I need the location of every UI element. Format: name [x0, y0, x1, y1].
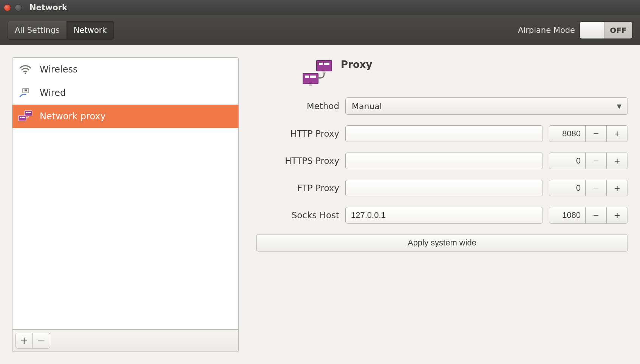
sidebar-item-label: Wired — [40, 88, 66, 98]
http-proxy-port-stepper: − + — [549, 125, 628, 142]
svg-point-0 — [25, 72, 26, 74]
sidebar-item-wired[interactable]: Wired — [12, 81, 238, 105]
wired-icon — [18, 87, 33, 99]
svg-rect-8 — [22, 117, 25, 118]
https-proxy-host-input[interactable] — [345, 153, 543, 169]
socks-host-label: Socks Host — [256, 210, 339, 220]
socks-port-stepper: − + — [549, 207, 628, 224]
panel-title: Proxy — [341, 59, 372, 70]
socks-host-row: Socks Host − + — [256, 207, 628, 224]
http-proxy-port-decrement[interactable]: − — [585, 126, 606, 142]
svg-rect-13 — [303, 73, 318, 84]
chevron-down-icon: ▼ — [617, 103, 621, 110]
sidebar-item-label: Network proxy — [40, 111, 106, 122]
http-proxy-port-input[interactable] — [549, 126, 585, 142]
socks-port-increment[interactable]: + — [606, 207, 628, 223]
airplane-mode-toggle[interactable]: OFF — [580, 22, 632, 39]
remove-connection-button[interactable]: − — [33, 333, 50, 349]
method-select[interactable]: Manual ▼ — [345, 97, 628, 115]
toggle-knob — [580, 22, 604, 39]
list-actions: +− — [12, 330, 239, 352]
breadcrumb-all-settings[interactable]: All Settings — [8, 21, 67, 39]
apply-system-wide-button[interactable]: Apply system wide — [256, 234, 628, 251]
https-proxy-port-decrement[interactable]: − — [585, 153, 606, 169]
ftp-proxy-label: FTP Proxy — [256, 183, 339, 193]
svg-rect-5 — [28, 112, 31, 113]
close-icon[interactable] — [4, 4, 11, 11]
svg-rect-16 — [309, 84, 312, 86]
airplane-mode-label: Airplane Mode — [518, 26, 575, 35]
svg-rect-4 — [26, 112, 28, 113]
ftp-proxy-port-stepper: − + — [549, 180, 628, 196]
svg-rect-15 — [310, 76, 316, 78]
ftp-proxy-port-input[interactable] — [549, 180, 585, 196]
socks-port-decrement[interactable]: − — [585, 207, 606, 223]
proxy-header-icon — [301, 59, 334, 88]
sidebar-item-network-proxy[interactable]: Network proxy — [12, 105, 238, 128]
https-proxy-port-input[interactable] — [549, 153, 585, 169]
add-connection-button[interactable]: + — [15, 333, 33, 349]
svg-rect-3 — [25, 111, 32, 116]
window-title: Network — [29, 3, 67, 12]
svg-rect-11 — [324, 63, 329, 65]
svg-rect-9 — [317, 60, 332, 71]
minimize-icon[interactable] — [15, 4, 22, 11]
socks-port-input[interactable] — [549, 207, 585, 223]
svg-rect-2 — [25, 89, 27, 91]
sidebar-item-label: Wireless — [40, 64, 77, 75]
method-label: Method — [256, 101, 339, 111]
proxy-panel: Proxy Method Manual ▼ HTTP Proxy − + HTT… — [239, 57, 628, 352]
svg-rect-6 — [19, 116, 26, 121]
toggle-state: OFF — [604, 22, 632, 39]
svg-rect-10 — [319, 63, 323, 65]
https-proxy-label: HTTPS Proxy — [256, 156, 339, 166]
https-proxy-port-stepper: − + — [549, 153, 628, 169]
svg-rect-14 — [305, 76, 309, 78]
titlebar: Network — [0, 0, 640, 15]
method-row: Method Manual ▼ — [256, 97, 628, 115]
ftp-proxy-row: FTP Proxy − + — [256, 180, 628, 196]
http-proxy-host-input[interactable] — [345, 125, 543, 142]
panel-header: Proxy — [301, 59, 628, 88]
http-proxy-label: HTTP Proxy — [256, 129, 339, 139]
https-proxy-port-increment[interactable]: + — [606, 153, 628, 169]
sidebar: Wireless Wired — [12, 57, 239, 352]
method-value: Manual — [352, 102, 382, 111]
content-area: Wireless Wired — [0, 45, 640, 364]
proxy-icon — [18, 111, 33, 122]
wifi-icon — [18, 64, 33, 75]
ftp-proxy-host-input[interactable] — [345, 180, 543, 196]
breadcrumb: All Settings Network — [8, 21, 114, 40]
https-proxy-row: HTTPS Proxy − + — [256, 153, 628, 169]
breadcrumb-network[interactable]: Network — [67, 21, 114, 39]
sidebar-item-wireless[interactable]: Wireless — [12, 58, 238, 81]
http-proxy-port-increment[interactable]: + — [606, 126, 628, 142]
connection-list: Wireless Wired — [12, 57, 239, 330]
ftp-proxy-port-decrement[interactable]: − — [585, 180, 606, 196]
apply-row: Apply system wide — [256, 234, 628, 251]
http-proxy-row: HTTP Proxy − + — [256, 125, 628, 142]
ftp-proxy-port-increment[interactable]: + — [606, 180, 628, 196]
svg-rect-7 — [20, 117, 22, 118]
socks-host-input[interactable] — [345, 207, 543, 224]
toolbar: All Settings Network Airplane Mode OFF — [0, 15, 640, 45]
